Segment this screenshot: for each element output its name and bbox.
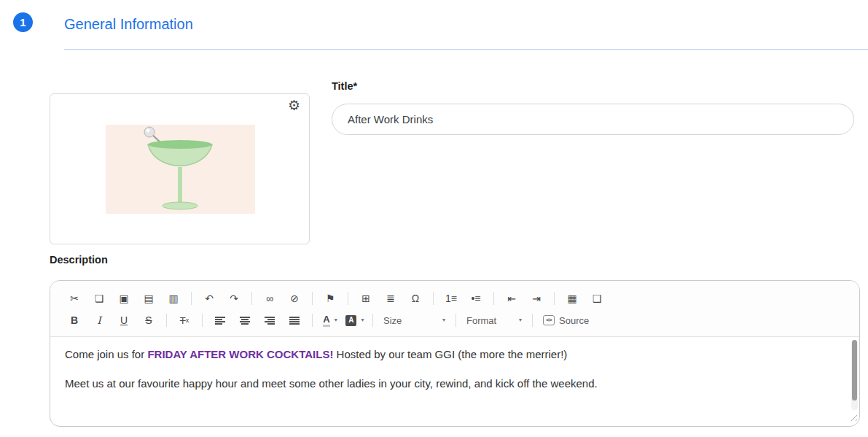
special-character-icon[interactable]: Ω — [404, 289, 426, 308]
editor-paragraph: Meet us at our favourite happy hour and … — [65, 376, 827, 391]
resize-handle-icon[interactable] — [848, 412, 857, 421]
cocktail-glass-image — [106, 125, 255, 214]
format-dropdown[interactable]: Format▾ — [463, 311, 525, 330]
paste-icon[interactable]: ▣ — [113, 289, 135, 308]
toolbar-separator — [493, 292, 494, 305]
text-color-icon[interactable]: A▾ — [319, 311, 341, 330]
title-label: Title* — [332, 80, 357, 92]
paragraph-text: Come join us for — [65, 348, 147, 360]
strikethrough-icon[interactable]: S — [138, 311, 160, 330]
toolbar-separator — [554, 292, 555, 305]
paste-from-word-icon[interactable]: ▥ — [163, 289, 184, 308]
toolbar-separator — [312, 314, 313, 327]
increase-indent-icon[interactable]: ⇥ — [525, 289, 547, 308]
image-upload-box[interactable]: ⚙ — [50, 93, 310, 244]
scrollbar-thumb[interactable] — [852, 340, 857, 401]
table-icon[interactable]: ⊞ — [355, 289, 377, 308]
horizontal-rule-icon[interactable]: ≣ — [380, 289, 402, 308]
chevron-down-icon: ▾ — [519, 317, 522, 323]
align-center-icon[interactable] — [234, 311, 256, 330]
bold-icon[interactable]: B — [63, 311, 85, 330]
image-icon[interactable]: ▦ — [561, 289, 583, 308]
title-input[interactable] — [332, 104, 854, 135]
redo-icon[interactable]: ↷ — [223, 289, 245, 308]
copy-icon[interactable]: ❏ — [88, 289, 110, 308]
decrease-indent-icon[interactable]: ⇤ — [501, 289, 523, 308]
step-indicator: 1 — [13, 12, 33, 32]
source-icon: <> — [543, 315, 555, 325]
toolbar-separator — [251, 292, 252, 305]
chevron-down-icon: ▾ — [361, 317, 364, 323]
rich-text-editor: ✂❏▣▤▥↶↷∞⊘⚑⊞≣Ω1≡•≡⇤⇥▦❑ BIUSTxA▾A▾Size▾For… — [50, 280, 860, 427]
editor-content-text: Come join us for FRIDAY AFTER WORK COCKT… — [65, 347, 827, 391]
link-icon[interactable]: ∞ — [259, 289, 281, 308]
toolbar-separator — [532, 314, 533, 327]
toolbar-row-1: ✂❏▣▤▥↶↷∞⊘⚑⊞≣Ω1≡•≡⇤⇥▦❑ — [62, 287, 852, 309]
bulleted-list-icon[interactable]: •≡ — [465, 289, 487, 308]
toolbar-separator — [372, 314, 373, 327]
background-color-icon[interactable]: A▾ — [344, 311, 366, 330]
editor-content[interactable]: Come join us for FRIDAY AFTER WORK COCKT… — [50, 337, 859, 423]
toolbar-separator — [433, 292, 434, 305]
toolbar-separator — [191, 292, 192, 305]
toolbar-separator — [455, 314, 456, 327]
align-justify-icon[interactable] — [284, 311, 305, 330]
section-title: General Information — [64, 16, 193, 33]
unlink-icon[interactable]: ⊘ — [284, 289, 305, 308]
cut-icon[interactable]: ✂ — [63, 289, 85, 308]
gear-icon[interactable]: ⚙ — [288, 98, 300, 112]
numbered-list-icon[interactable]: 1≡ — [440, 289, 462, 308]
toolbar-separator — [202, 314, 203, 327]
italic-icon[interactable]: I — [88, 311, 110, 330]
align-right-icon[interactable] — [259, 311, 281, 330]
editor-toolbar: ✂❏▣▤▥↶↷∞⊘⚑⊞≣Ω1≡•≡⇤⇥▦❑ BIUSTxA▾A▾Size▾For… — [50, 281, 859, 337]
step-number: 1 — [20, 16, 26, 28]
paste-plain-text-icon[interactable]: ▤ — [138, 289, 160, 308]
event-form-page: 1 General Information ⚙ Title* Descripti… — [0, 0, 868, 437]
description-label: Description — [50, 254, 108, 266]
scrollbar[interactable] — [851, 340, 858, 410]
chevron-down-icon: ▾ — [335, 317, 337, 323]
paragraph-text: Hosted by our team GGI (the more the mer… — [333, 348, 567, 360]
chevron-down-icon: ▾ — [442, 317, 445, 323]
cocktail-illustration — [106, 125, 255, 214]
toolbar-separator — [166, 314, 167, 327]
source-button[interactable]: <>Source — [539, 311, 593, 330]
paragraph-text: Meet us at our favourite happy hour and … — [65, 377, 598, 390]
toolbar-separator — [348, 292, 348, 305]
size-dropdown[interactable]: Size▾ — [380, 311, 449, 330]
toolbar-row-2: BIUSTxA▾A▾Size▾Format▾<>Source — [62, 309, 852, 331]
section-divider — [64, 49, 868, 50]
align-left-icon[interactable] — [209, 311, 231, 330]
underline-icon[interactable]: U — [113, 311, 135, 330]
undo-icon[interactable]: ↶ — [198, 289, 220, 308]
iframe-icon[interactable]: ❑ — [586, 289, 608, 308]
toolbar-separator — [312, 292, 313, 305]
editor-paragraph: Come join us for FRIDAY AFTER WORK COCKT… — [65, 347, 827, 362]
anchor-flag-icon[interactable]: ⚑ — [319, 289, 341, 308]
highlighted-text: FRIDAY AFTER WORK COCKTAILS! — [147, 348, 333, 360]
remove-format-icon[interactable]: Tx — [173, 311, 195, 330]
